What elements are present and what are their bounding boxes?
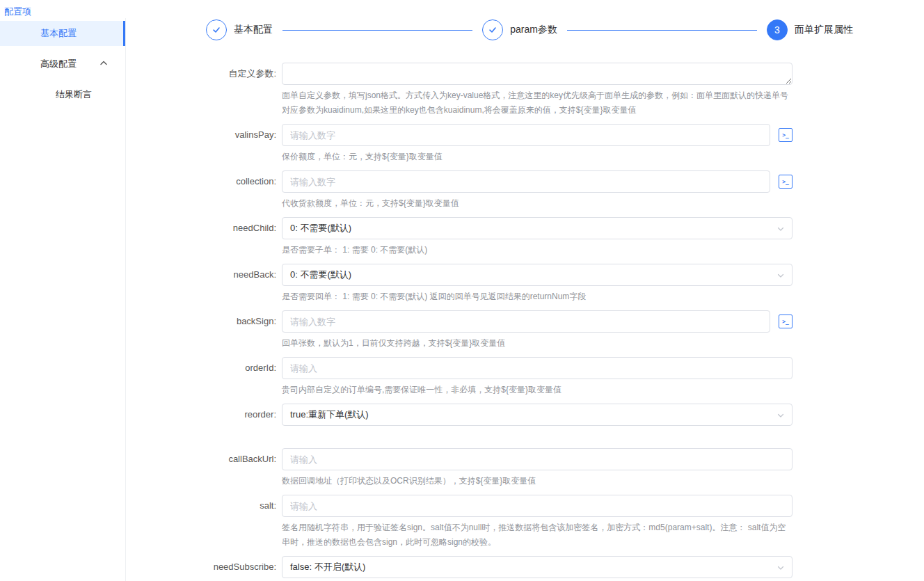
step-connector (567, 30, 757, 31)
field-row-reorder: reorder: true:重新下单(默认) (126, 404, 924, 426)
extend-attrs-form: 自定义参数: 面单自定义参数，填写json格式。方式传入为key-value格式… (126, 63, 924, 581)
select-value: false: 不开启(默认) (290, 561, 365, 573)
sidebar-item-advanced-config[interactable]: 高级配置 (0, 51, 125, 77)
step-sheet-extend-attrs[interactable]: 3 面单扩展属性 (767, 19, 863, 40)
salt-input[interactable] (282, 495, 792, 517)
sidebar-menu: 基本配置 高级配置 结果断言 (0, 18, 126, 581)
field-label: backSign: (126, 310, 282, 351)
field-row-valinsPay: valinsPay: 保价额度，单位：元，支持${变量}取变量值 (126, 124, 924, 164)
backSign-input[interactable] (282, 310, 770, 333)
field-row-orderId: orderId: 贵司内部自定义的订单编号,需要保证唯一性，非必填，支持${变量… (126, 357, 924, 397)
chevron-down-icon (776, 271, 785, 280)
field-help: 面单自定义参数，填写json格式。方式传入为key-value格式，注意这里的k… (282, 88, 792, 118)
terminal-icon[interactable] (779, 315, 792, 328)
step-connector (282, 30, 472, 31)
field-label: orderId: (126, 357, 282, 397)
field-label: collection: (126, 170, 282, 211)
callBackUrl-input[interactable] (282, 448, 792, 470)
sidebar-item-label: 结果断言 (56, 88, 92, 101)
field-label: salt: (126, 495, 282, 550)
field-label: needChild: (126, 217, 282, 257)
field-label: 自定义参数: (126, 63, 282, 118)
field-row-collection: collection: 代收货款额度，单位：元，支持${变量}取变量值 (126, 170, 924, 211)
step-label: 面单扩展属性 (795, 24, 853, 36)
field-label: reorder: (126, 404, 282, 426)
select-value: true:重新下单(默认) (290, 408, 369, 421)
sidebar: 配置项 基本配置 高级配置 结果断言 (0, 0, 126, 581)
collection-input[interactable] (282, 170, 770, 193)
field-row-callBackUrl: callBackUrl: 数据回调地址（打印状态以及OCR识别结果），支持${变… (126, 448, 924, 488)
field-row-needChild: needChild: 0: 不需要(默认) 是否需要子单： 1: 需要 0: 不… (126, 217, 924, 257)
main-content: 基本配置 param参数 3 面单扩展属性 自定义参数: (126, 0, 924, 581)
field-label: needSubscribe: (126, 556, 282, 581)
app-window: 配置项 基本配置 高级配置 结果断言 基本 (0, 0, 924, 581)
select-value: 0: 不需要(默认) (290, 222, 351, 234)
step-number: 3 (767, 19, 788, 40)
step-check-icon (482, 19, 503, 40)
step-basic-config[interactable]: 基本配置 (206, 19, 282, 40)
active-indicator (123, 21, 125, 46)
valinsPay-input[interactable] (282, 124, 770, 146)
needSubscribe-select[interactable]: false: 不开启(默认) (282, 556, 792, 578)
field-label: valinsPay: (126, 124, 282, 164)
reorder-select[interactable]: true:重新下单(默认) (282, 404, 792, 426)
field-row-backSign: backSign: 回单张数，默认为1，目前仅支持跨越，支持${变量}取变量值 (126, 310, 924, 351)
field-help: 签名用随机字符串，用于验证签名sign。salt值不为null时，推送数据将包含… (282, 520, 792, 550)
select-value: 0: 不需要(默认) (290, 269, 351, 281)
field-row-custom-params: 自定义参数: 面单自定义参数，填写json格式。方式传入为key-value格式… (126, 63, 924, 118)
field-row-needSubscribe: needSubscribe: false: 不开启(默认) 是否开启订阅功能 f… (126, 556, 924, 581)
sidebar-item-basic-config[interactable]: 基本配置 (0, 21, 125, 46)
sidebar-item-result-assertion[interactable]: 结果断言 (0, 82, 125, 107)
chevron-down-icon (776, 225, 785, 233)
field-label: needBack: (126, 264, 282, 304)
chevron-up-icon[interactable] (100, 61, 107, 65)
needBack-select[interactable]: 0: 不需要(默认) (282, 264, 792, 286)
config-items-link[interactable]: 配置项 (0, 0, 31, 18)
needChild-select[interactable]: 0: 不需要(默认) (282, 217, 792, 239)
chevron-down-icon (776, 411, 785, 420)
custom-params-textarea[interactable] (282, 63, 792, 85)
terminal-icon[interactable] (779, 128, 792, 142)
terminal-icon[interactable] (779, 175, 792, 189)
orderId-input[interactable] (282, 357, 792, 379)
field-help: 代收货款额度，单位：元，支持${变量}取变量值 (282, 196, 792, 211)
sidebar-item-label: 基本配置 (40, 27, 77, 40)
field-help: 保价额度，单位：元，支持${变量}取变量值 (282, 150, 792, 164)
field-help: 是否需要回单： 1: 需要 0: 不需要(默认) 返回的回单号见返回结果的ret… (282, 289, 792, 304)
field-help: 回单张数，默认为1，目前仅支持跨越，支持${变量}取变量值 (282, 336, 792, 351)
stepper: 基本配置 param参数 3 面单扩展属性 (126, 0, 924, 40)
sidebar-item-label: 高级配置 (40, 58, 77, 70)
field-label: callBackUrl: (126, 448, 282, 488)
field-row-salt: salt: 签名用随机字符串，用于验证签名sign。salt值不为null时，推… (126, 495, 924, 550)
field-help: 数据回调地址（打印状态以及OCR识别结果），支持${变量}取变量值 (282, 474, 792, 488)
step-label: param参数 (510, 24, 557, 36)
step-param[interactable]: param参数 (482, 19, 567, 40)
step-label: 基本配置 (234, 24, 273, 36)
chevron-down-icon (776, 564, 785, 572)
field-help: 贵司内部自定义的订单编号,需要保证唯一性，非必填，支持${变量}取变量值 (282, 383, 792, 397)
step-check-icon (206, 19, 227, 40)
field-help: 是否需要子单： 1: 需要 0: 不需要(默认) (282, 243, 792, 257)
field-row-needBack: needBack: 0: 不需要(默认) 是否需要回单： 1: 需要 0: 不需… (126, 264, 924, 304)
